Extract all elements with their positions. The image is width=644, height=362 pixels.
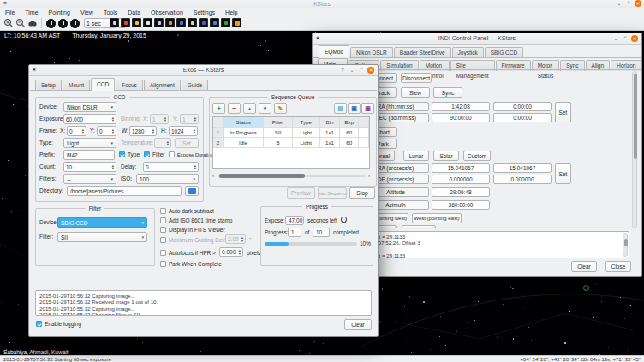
ekos-toggle-icon[interactable] — [232, 18, 242, 27]
ekos-close-button[interactable]: ✕ — [367, 67, 374, 74]
frame-type-select[interactable]: Light▾ — [63, 138, 116, 148]
indi-close-button[interactable]: ✕ — [631, 35, 638, 42]
indi-log-scrollbar[interactable] — [623, 233, 628, 257]
table-row[interactable]: 1In ProgressSIILight1x160 — [213, 128, 369, 138]
asteroids-toggle-icon[interactable] — [165, 18, 175, 27]
indi-device-tab-eqmod[interactable]: EQMod — [319, 45, 349, 58]
pier-west-button[interactable]: West (pointing east) — [412, 213, 462, 223]
disconnect-button[interactable]: Disconnect — [401, 73, 432, 83]
prefix-input[interactable]: M42 — [63, 150, 115, 160]
table-row[interactable]: 2IdleBLight1x160 — [213, 138, 369, 148]
autofocus-hfr-spinbox[interactable]: 0.000▴▾ — [219, 247, 243, 257]
menu-pointing[interactable]: Pointing — [49, 9, 70, 15]
minimize-button[interactable]: ⌄ — [616, 0, 623, 7]
stars-toggle-icon[interactable] — [110, 18, 119, 27]
frame-x-spinbox[interactable]: 0▴▾ — [67, 126, 86, 136]
slew-button[interactable]: Slew — [401, 87, 430, 98]
stop-button[interactable]: Stop — [349, 187, 375, 199]
moon-toggle-icon[interactable] — [143, 18, 152, 27]
remove-job-icon[interactable]: − — [228, 103, 241, 114]
de-rate-input[interactable]: 0.000000 — [493, 175, 552, 184]
ekos-minimize-button[interactable]: ⌄ — [349, 67, 355, 74]
ekos-tab-ccd[interactable]: CCD — [91, 78, 115, 91]
ekos-clear-button[interactable]: Clear — [344, 319, 372, 330]
column-header-blank[interactable] — [359, 117, 369, 128]
queue-horizontal-scrollbar[interactable]: ‹ › — [212, 173, 370, 179]
custom-button[interactable]: Custom — [463, 151, 491, 161]
zoom-out-icon[interactable] — [15, 18, 26, 28]
sync-button[interactable]: Sync — [433, 87, 462, 98]
auto-dark-checkbox[interactable]: Auto dark subtract — [160, 208, 214, 214]
column-header-bin[interactable]: Bin — [320, 117, 341, 128]
column-header-status[interactable]: Status — [224, 117, 264, 128]
menu-view[interactable]: View — [80, 9, 93, 15]
indi-close-panel-button[interactable]: Close — [605, 261, 631, 272]
clipped-button[interactable] — [402, 225, 436, 228]
menu-observation[interactable]: Observation — [151, 9, 183, 15]
filters-select[interactable]: --▾ — [63, 174, 116, 184]
edit-job-icon[interactable]: ✎ — [274, 103, 287, 114]
constellation-lines-toggle-icon[interactable] — [176, 18, 186, 27]
iso-select[interactable]: 100▾ — [136, 174, 199, 184]
menu-settings[interactable]: Settings — [194, 9, 215, 15]
coords-set-button[interactable]: Set — [555, 102, 571, 122]
ekos-maximize-button[interactable]: ⌃ — [358, 67, 365, 74]
prefix-filter-checkbox[interactable]: Filter — [144, 151, 164, 157]
prefix-duration-checkbox[interactable]: Expose Duration — [169, 151, 214, 157]
frame-w-spinbox[interactable]: 1280▴▾ — [129, 126, 157, 136]
maximize-button[interactable]: ⌃ — [625, 0, 632, 7]
indi-clear-button[interactable]: Clear — [571, 261, 597, 272]
ekos-help-button[interactable]: ? — [339, 67, 346, 74]
lunar-button[interactable]: Lunar — [403, 151, 429, 161]
filter-device-select[interactable]: SBIG CCD▾ — [57, 217, 147, 228]
save-sequence-as-icon[interactable]: ▣ — [361, 103, 374, 114]
sequence-queue-table[interactable]: StatusFilterTypeBinExp1In ProgressSIILig… — [212, 116, 370, 169]
column-header-blank[interactable] — [213, 117, 224, 128]
indi-vertical-scrollbar[interactable] — [632, 71, 637, 228]
menu-help[interactable]: Help — [225, 9, 237, 15]
column-header-filter[interactable]: Filter — [264, 117, 293, 128]
move-job-down-icon[interactable]: ▼ — [259, 103, 271, 114]
frame-y-spinbox[interactable]: 0▴▾ — [97, 126, 116, 136]
constellation-boundaries-toggle-icon[interactable] — [199, 18, 208, 27]
browse-directory-button[interactable] — [185, 186, 199, 196]
delay-spinbox[interactable]: 0▴▾ — [143, 162, 199, 172]
menu-data[interactable]: Data — [128, 9, 140, 15]
prefix-type-checkbox[interactable]: Type — [119, 151, 140, 157]
indi-minimize-button[interactable]: ⌄ — [612, 35, 619, 42]
time-now-icon[interactable] — [58, 19, 68, 28]
solar-button[interactable]: Solar — [433, 151, 459, 161]
solar-system-toggle-icon[interactable] — [132, 18, 141, 27]
time-forward-icon[interactable] — [70, 19, 80, 28]
comets-toggle-icon[interactable] — [154, 18, 164, 27]
find-object-icon[interactable] — [27, 18, 38, 28]
menu-tools[interactable]: Tools — [104, 9, 117, 15]
frame-h-spinbox[interactable]: 1024▴▾ — [169, 126, 198, 136]
column-header-type[interactable]: Type — [293, 117, 320, 128]
directory-input[interactable]: /home/jasem/Pictures — [67, 186, 182, 196]
filter-select[interactable]: SII▾ — [57, 232, 147, 242]
deep-sky-objects-toggle-icon[interactable] — [121, 18, 130, 27]
open-sequence-icon[interactable]: ▤ — [334, 103, 347, 114]
add-job-icon[interactable]: + — [212, 103, 225, 114]
zoom-in-icon[interactable] — [3, 18, 14, 28]
park-complete-checkbox[interactable]: Park When Complete — [160, 261, 222, 267]
close-button[interactable]: ✕ — [635, 0, 641, 7]
enable-logging-checkbox[interactable]: Enable logging — [36, 321, 81, 327]
column-header-exp[interactable]: Exp — [340, 117, 359, 128]
autofocus-hfr-checkbox[interactable]: Autofocus if HFR > — [160, 250, 216, 256]
dec-target-input[interactable]: 0:00:00 — [493, 113, 552, 122]
ra-target-input[interactable]: 0:00:00 — [493, 102, 552, 111]
exposure-spinbox[interactable]: 60.000▴▾ — [63, 114, 116, 124]
ccd-device-select[interactable]: Nikon DSLR▾ — [63, 102, 116, 112]
fits-viewer-checkbox[interactable]: Display in FITS Viewer — [160, 227, 225, 233]
move-job-up-icon[interactable]: ▲ — [243, 103, 256, 114]
menu-file[interactable]: File — [5, 9, 15, 15]
ra-rate-input[interactable]: 15.041067 — [493, 163, 552, 173]
count-spinbox[interactable]: 10▴▾ — [63, 162, 116, 172]
constellation-names-toggle-icon[interactable] — [188, 18, 197, 27]
rate-set-button[interactable]: Set — [555, 163, 571, 184]
time-rewind-icon[interactable] — [46, 19, 56, 28]
save-sequence-icon[interactable]: ▣ — [348, 103, 361, 114]
horizon-toggle-icon[interactable] — [221, 18, 230, 27]
